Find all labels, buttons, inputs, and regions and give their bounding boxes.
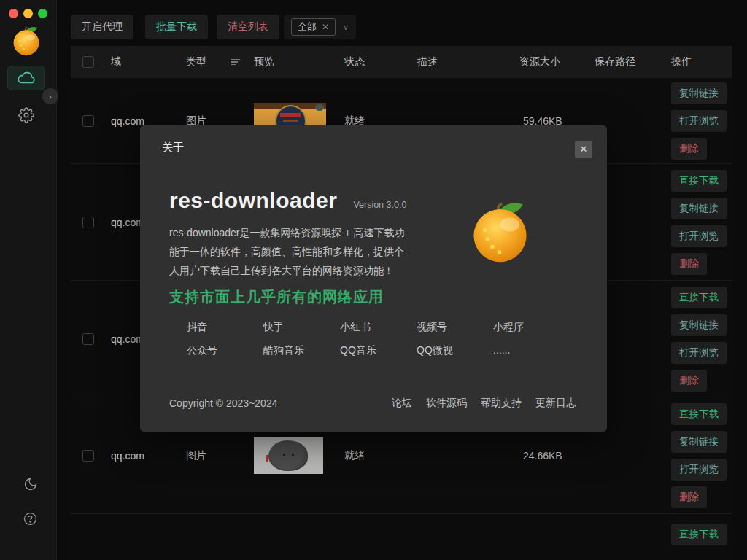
supported-app: 视频号 <box>417 321 493 334</box>
supported-app: ...... <box>493 344 570 357</box>
window-close-button[interactable] <box>9 9 18 18</box>
row-checkbox[interactable] <box>82 115 94 127</box>
filter-tag: 全部 ✕ <box>291 18 336 36</box>
copy-link-button[interactable]: 复制链接 <box>671 198 727 219</box>
supported-app: 酷狗音乐 <box>263 344 340 357</box>
open-browser-button[interactable]: 打开浏览 <box>671 342 727 364</box>
chevron-right-icon: › <box>49 91 52 102</box>
cloud-icon <box>17 69 36 88</box>
column-filter-icon[interactable] <box>231 59 240 66</box>
delete-button[interactable]: 删除 <box>671 486 707 508</box>
direct-download-button[interactable]: 直接下载 <box>671 287 727 308</box>
open-browser-button[interactable]: 打开浏览 <box>671 110 727 132</box>
copy-link-button[interactable]: 复制链接 <box>671 314 727 336</box>
app-name: res-downloader <box>169 188 337 213</box>
col-header-preview: 预览 <box>254 55 344 69</box>
col-header-desc: 描述 <box>417 55 519 69</box>
cell-status: 就绪 <box>344 449 417 462</box>
direct-download-button[interactable]: 直接下载 <box>671 524 727 545</box>
help-support-link[interactable]: 帮助支持 <box>481 397 522 410</box>
window-controls <box>9 9 47 18</box>
gear-icon <box>18 107 34 123</box>
delete-button[interactable]: 删除 <box>671 370 707 392</box>
clear-list-button[interactable]: 清空列表 <box>217 15 279 39</box>
help-circle-icon <box>23 512 37 526</box>
source-code-link[interactable]: 软件源码 <box>426 397 467 410</box>
copy-link-button[interactable]: 复制链接 <box>671 82 727 104</box>
delete-button[interactable]: 删除 <box>671 253 707 275</box>
direct-download-button[interactable]: 直接下载 <box>671 170 727 192</box>
filter-tag-label: 全部 <box>298 20 317 34</box>
proxy-toggle-button[interactable]: 开启代理 <box>71 15 133 39</box>
table-header: 域 类型 预览 状态 描述 资源大小 保存路径 操作 <box>71 46 732 78</box>
supported-app: QQ微视 <box>417 344 493 357</box>
moon-icon <box>23 477 38 491</box>
type-filter-select[interactable]: 全部 ✕ ∨ <box>284 15 356 39</box>
window-zoom-button[interactable] <box>38 9 47 18</box>
footer-links: 论坛 软件源码 帮助支持 更新日志 <box>392 397 576 410</box>
sidebar-item-downloads-active[interactable] <box>7 66 45 90</box>
col-header-size: 资源大小 <box>519 55 595 69</box>
sidebar: › <box>0 0 57 560</box>
forum-link[interactable]: 论坛 <box>392 397 412 410</box>
cell-domain: qq.com <box>111 450 186 462</box>
direct-download-button[interactable]: 直接下载 <box>671 403 727 425</box>
window-minimize-button[interactable] <box>23 9 33 18</box>
app-logo-orange-icon <box>465 195 535 265</box>
col-header-path: 保存路径 <box>595 55 671 69</box>
supported-app: 快手 <box>263 321 340 334</box>
app-version: Version 3.0.0 <box>353 200 406 210</box>
tag-remove-icon[interactable]: ✕ <box>322 22 329 32</box>
chevron-down-icon: ∨ <box>343 23 349 32</box>
copyright-text: Copyright © 2023~2024 <box>169 397 277 409</box>
app-logo-orange-icon <box>9 23 43 57</box>
row-checkbox[interactable] <box>82 217 94 228</box>
row-checkbox[interactable] <box>82 333 94 345</box>
preview-thumbnail[interactable] <box>254 438 323 474</box>
col-header-ops: 操作 <box>671 55 732 69</box>
col-header-status: 状态 <box>344 55 417 69</box>
changelog-link[interactable]: 更新日志 <box>535 397 576 410</box>
table-row: 直接下载 <box>71 514 732 560</box>
col-header-domain: 域 <box>111 55 186 69</box>
supported-app: 小红书 <box>340 321 417 334</box>
help-button[interactable] <box>23 512 37 529</box>
supported-apps-heading: 支持市面上几乎所有的网络应用 <box>169 287 384 307</box>
col-header-type: 类型 <box>186 55 206 69</box>
dialog-title: 关于 <box>162 141 184 155</box>
cell-type: 图片 <box>186 449 254 462</box>
close-icon[interactable]: ✕ <box>575 141 592 158</box>
open-browser-button[interactable]: 打开浏览 <box>671 459 727 481</box>
supported-app: 公众号 <box>187 344 263 357</box>
sidebar-collapse-button[interactable]: › <box>42 88 58 104</box>
delete-button[interactable]: 删除 <box>671 138 707 160</box>
app-description: res-downloader是一款集网络资源嗅探 + 高速下载功 能于一体的软件… <box>169 223 432 280</box>
supported-apps-grid: 抖音 快手 小红书 视频号 小程序 公众号 酷狗音乐 QQ音乐 QQ微视 ...… <box>187 321 570 357</box>
supported-app: 抖音 <box>187 321 263 334</box>
toolbar: 开启代理 批量下载 清空列表 全部 ✕ ∨ <box>71 15 356 39</box>
supported-app: 小程序 <box>493 321 570 334</box>
cell-size: 24.66KB <box>519 450 595 462</box>
open-browser-button[interactable]: 打开浏览 <box>671 225 727 247</box>
row-checkbox[interactable] <box>82 450 94 462</box>
copy-link-button[interactable]: 复制链接 <box>671 431 727 453</box>
batch-download-button[interactable]: 批量下载 <box>145 15 208 39</box>
select-all-checkbox[interactable] <box>82 56 94 68</box>
supported-app: QQ音乐 <box>340 344 417 357</box>
about-dialog: 关于 ✕ res-downloader Version 3.0.0 res-do… <box>140 125 607 432</box>
theme-toggle[interactable] <box>23 477 38 494</box>
sidebar-item-settings[interactable] <box>18 107 34 126</box>
